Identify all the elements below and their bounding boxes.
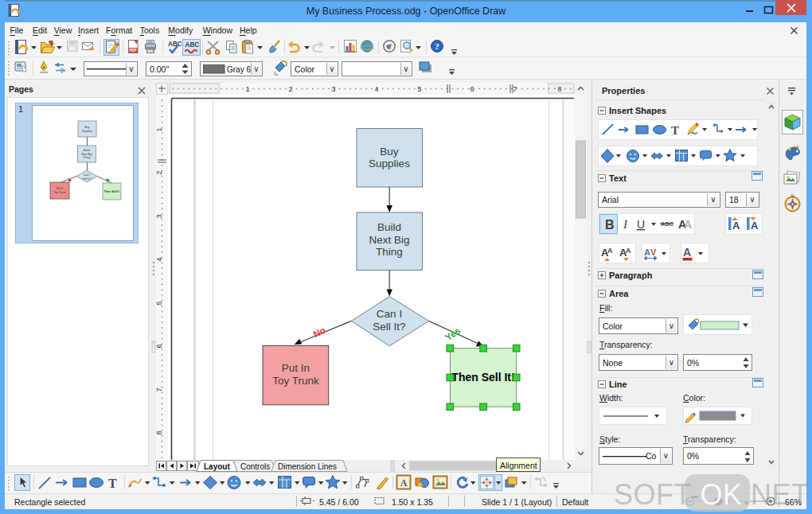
svg-text:Build: Build (84, 149, 90, 152)
svg-text:T: T (108, 477, 117, 490)
svg-text:Can I: Can I (377, 308, 402, 320)
svg-text:V: V (650, 247, 657, 257)
svg-text:A: A (751, 220, 759, 232)
svg-text:Toy Trunk: Toy Trunk (53, 191, 65, 194)
svg-text:Then Sell It!: Then Sell It! (104, 190, 120, 193)
svg-text:Next Big: Next Big (369, 234, 409, 246)
svg-text:A: A (400, 477, 408, 489)
svg-text:Buy: Buy (84, 126, 89, 129)
svg-text:Sell It?: Sell It? (83, 177, 92, 181)
svg-text:B: B (605, 218, 615, 232)
svg-text:Layout: Layout (204, 462, 230, 471)
svg-text:Supplies: Supplies (82, 130, 93, 133)
svg-text:A: A (683, 246, 691, 259)
svg-text:2: 2 (288, 85, 292, 93)
svg-text:T: T (671, 124, 679, 137)
svg-text:Build: Build (377, 221, 401, 233)
svg-text:Toy Trunk: Toy Trunk (272, 375, 319, 387)
svg-text:ABC: ABC (185, 41, 200, 49)
svg-text:Put In: Put In (282, 362, 310, 374)
svg-text:A: A (684, 218, 692, 231)
svg-text:4: 4 (374, 85, 378, 93)
svg-text:Dimension Lines: Dimension Lines (278, 462, 337, 471)
svg-text:A: A (607, 247, 613, 255)
svg-text:Controls: Controls (240, 462, 270, 471)
svg-text:Can I: Can I (84, 173, 90, 177)
svg-text:Put In: Put In (56, 187, 63, 190)
svg-text:N: N (791, 193, 794, 198)
svg-text:A: A (626, 247, 631, 255)
svg-text:Sell It?: Sell It? (373, 321, 405, 333)
svg-text:7: 7 (513, 85, 517, 93)
svg-text:A: A (732, 220, 740, 232)
svg-text:Supplies: Supplies (369, 158, 410, 169)
svg-text:Next Big: Next Big (81, 153, 92, 156)
svg-text:Thing: Thing (376, 246, 403, 258)
svg-text:6: 6 (470, 85, 474, 93)
svg-text:PDF: PDF (129, 49, 136, 53)
svg-text:Thing: Thing (84, 156, 91, 159)
svg-text:?: ? (435, 41, 439, 51)
svg-text:8: 8 (557, 85, 561, 93)
svg-text:1: 1 (245, 85, 249, 93)
svg-text:5: 5 (417, 85, 421, 93)
svg-text:U: U (637, 218, 645, 231)
svg-text:Buy: Buy (380, 146, 399, 158)
svg-text:ABC: ABC (168, 41, 182, 48)
svg-text:A: A (644, 247, 650, 257)
svg-text:Then Sell It!: Then Sell It! (451, 371, 514, 384)
svg-text:I: I (623, 218, 628, 231)
svg-text:3: 3 (331, 85, 335, 93)
